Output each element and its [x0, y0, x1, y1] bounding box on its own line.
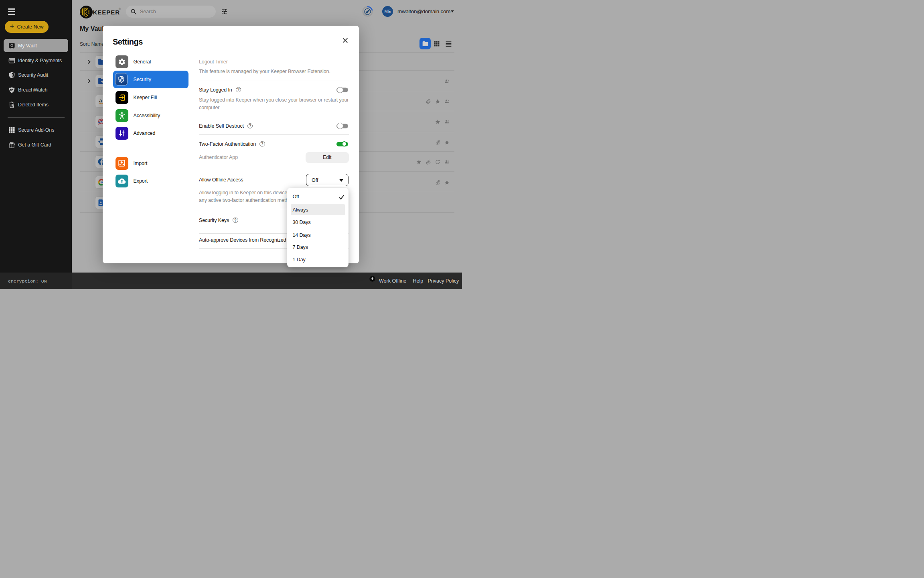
svg-text:a: a	[99, 98, 102, 104]
